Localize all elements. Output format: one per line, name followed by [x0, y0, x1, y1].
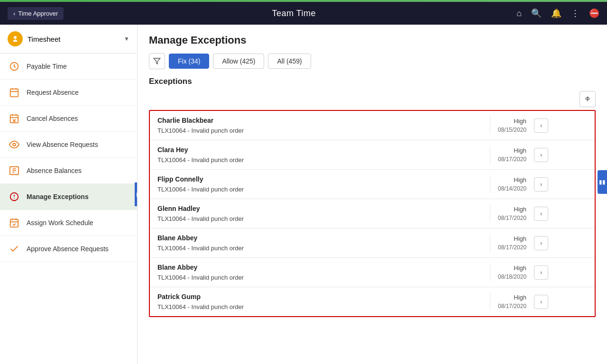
exception-description: TLX10064 - Invalid punch order: [157, 303, 482, 310]
top-bar-icons: ⌂ 🔍 🔔 ⋮ ⛔: [516, 8, 599, 18]
exception-severity: High: [498, 264, 526, 272]
balance-icon: [8, 164, 21, 177]
sidebar-item-label: Cancel Absences: [27, 115, 78, 122]
sidebar-header-label: Timesheet: [28, 35, 124, 43]
exception-name: Charlie Blackbear: [157, 117, 482, 124]
exception-severity: High: [498, 118, 526, 125]
exception-right: High 08/17/2020 ›: [490, 293, 595, 310]
filter-tab-allow[interactable]: Allow (425): [213, 54, 264, 69]
filter-button[interactable]: [149, 53, 165, 69]
exception-item: Flipp Connelly TLX10064 - Invalid punch …: [150, 170, 595, 199]
sidebar-item-absence-balances[interactable]: Absence Balances: [0, 158, 137, 184]
approve-icon: [8, 242, 21, 255]
exception-date: 08/18/2020: [498, 273, 526, 280]
back-label: Time Approver: [18, 10, 58, 17]
svg-rect-6: [10, 115, 18, 123]
view-icon: [8, 138, 21, 151]
block-icon[interactable]: ⛔: [589, 8, 599, 18]
timesheet-icon: [8, 31, 23, 46]
exception-date: 08/17/2020: [498, 156, 526, 163]
back-button[interactable]: ‹ Time Approver: [8, 7, 64, 20]
exception-severity: High: [498, 235, 526, 242]
exception-detail-button[interactable]: ›: [534, 177, 548, 191]
back-arrow-icon: ‹: [13, 10, 15, 17]
exception-right: High 08/17/2020 ›: [490, 234, 595, 252]
exception-left: Blane Abbey TLX10064 - Invalid punch ord…: [150, 264, 490, 281]
chevron-down-icon: ▼: [124, 36, 129, 42]
exception-name: Flipp Connelly: [157, 175, 482, 183]
exception-right: High 08/15/2020 ›: [490, 117, 595, 134]
sidebar-item-request-absence[interactable]: Request Absence: [0, 80, 137, 106]
sidebar-item-manage-exceptions[interactable]: Manage Exceptions: [0, 184, 137, 210]
filter-tab-all[interactable]: All (459): [268, 54, 311, 69]
exception-meta: High 08/18/2020: [498, 264, 526, 280]
exception-detail-button[interactable]: ›: [534, 148, 548, 162]
exception-date: 08/17/2020: [498, 303, 526, 309]
top-bar: ‹ Time Approver Team Time ⌂ 🔍 🔔 ⋮ ⛔: [0, 2, 607, 25]
exception-date: 08/15/2020: [498, 127, 526, 133]
sidebar-item-cancel-absences[interactable]: Cancel Absences: [0, 106, 137, 132]
exception-list: Charlie Blackbear TLX10064 - Invalid pun…: [149, 110, 596, 317]
exception-meta: High 08/17/2020: [498, 147, 526, 163]
exception-severity: High: [498, 176, 526, 183]
exception-right: High 08/14/2020 ›: [490, 175, 595, 193]
more-icon[interactable]: ⋮: [571, 8, 579, 18]
right-pause-icon: ▮▮: [599, 179, 606, 185]
sidebar-item-label: Absence Balances: [27, 167, 82, 174]
exception-meta: High 08/17/2020: [498, 294, 526, 309]
svg-point-19: [14, 198, 15, 199]
exception-name: Blane Abbey: [157, 234, 482, 242]
exception-item: Clara Hey TLX10064 - Invalid punch order…: [150, 140, 595, 170]
exception-severity: High: [498, 206, 526, 213]
sidebar-item-view-absence-requests[interactable]: View Absence Requests: [0, 132, 137, 158]
exception-meta: High 08/17/2020: [498, 206, 526, 221]
home-icon[interactable]: ⌂: [516, 9, 522, 18]
exception-description: TLX10064 - Invalid punch order: [157, 245, 482, 252]
exception-detail-button[interactable]: ›: [534, 118, 548, 133]
schedule-icon: [8, 216, 21, 229]
exception-item: Blane Abbey TLX10064 - Invalid punch ord…: [150, 228, 595, 258]
exception-date: 08/14/2020: [498, 185, 526, 192]
exception-name: Clara Hey: [157, 146, 482, 154]
cancel-icon: [8, 112, 21, 125]
search-icon[interactable]: 🔍: [531, 8, 542, 18]
exception-meta: High 08/17/2020: [498, 235, 526, 251]
exception-left: Blane Abbey TLX10064 - Invalid punch ord…: [150, 234, 490, 252]
exception-right: High 08/17/2020 ›: [490, 146, 595, 164]
exception-detail-button[interactable]: ›: [534, 265, 548, 280]
exception-name: Patrick Gump: [157, 293, 482, 300]
exception-detail-button[interactable]: ›: [534, 295, 548, 309]
exception-date: 08/17/2020: [498, 215, 526, 221]
filter-row: Fix (34) Allow (425) All (459): [149, 53, 596, 69]
sidebar-item-label: View Absence Requests: [27, 141, 98, 148]
sidebar-item-payable-time[interactable]: Payable Time: [0, 54, 137, 80]
exceptions-icon: [8, 190, 21, 203]
bell-icon[interactable]: 🔔: [551, 8, 561, 18]
exception-description: TLX10064 - Invalid punch order: [157, 156, 482, 164]
clock-icon: [8, 60, 21, 73]
sidebar-item-approve-absence-requests[interactable]: Approve Absence Requests: [0, 236, 137, 262]
exception-left: Flipp Connelly TLX10064 - Invalid punch …: [150, 175, 490, 193]
sidebar-item-label: Approve Absence Requests: [27, 245, 109, 253]
right-pause-button[interactable]: ▮▮: [598, 170, 607, 194]
svg-rect-20: [10, 219, 18, 228]
exception-left: Glenn Hadley TLX10064 - Invalid punch or…: [150, 205, 490, 222]
exception-description: TLX10064 - Invalid punch order: [157, 127, 482, 134]
sidebar-item-label: Assign Work Schedule: [27, 219, 93, 227]
exception-item: Blane Abbey TLX10064 - Invalid punch ord…: [150, 258, 595, 287]
filter-tab-fix[interactable]: Fix (34): [169, 54, 209, 69]
exception-date: 08/17/2020: [498, 244, 526, 251]
exception-detail-button[interactable]: ›: [534, 236, 548, 250]
exception-right: High 08/18/2020 ›: [490, 264, 595, 281]
sidebar-item-label: Manage Exceptions: [27, 193, 89, 200]
sidebar-item-assign-work-schedule[interactable]: Assign Work Schedule: [0, 210, 137, 236]
exception-right: High 08/17/2020 ›: [490, 205, 595, 222]
sort-button[interactable]: [579, 91, 596, 107]
exception-item: Charlie Blackbear TLX10064 - Invalid pun…: [150, 111, 595, 140]
sidebar: Timesheet ▼ Payable Time: [0, 25, 138, 364]
exception-left: Patrick Gump TLX10064 - Invalid punch or…: [150, 293, 490, 310]
exception-left: Clara Hey TLX10064 - Invalid punch order: [150, 146, 490, 164]
exception-detail-button[interactable]: ›: [534, 207, 548, 221]
sort-row: [149, 91, 596, 107]
sidebar-header-timesheet[interactable]: Timesheet ▼: [0, 25, 137, 54]
